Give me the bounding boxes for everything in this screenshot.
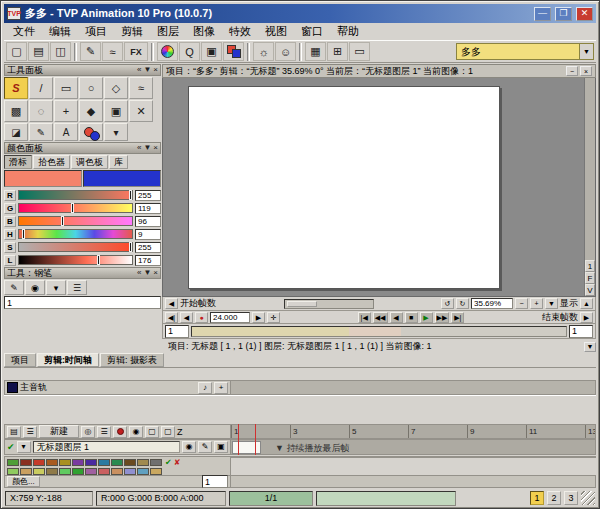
tab-clip-xsheet[interactable]: 剪辑: 摄影表: [100, 353, 164, 367]
color-frame-field[interactable]: [202, 475, 228, 488]
open-icon[interactable]: ▤: [28, 42, 49, 61]
panel-close-icon[interactable]: ×: [153, 269, 158, 277]
b-slider[interactable]: [18, 216, 133, 226]
panel-menu-icon[interactable]: ▼: [143, 144, 151, 152]
tab-picker[interactable]: 拾色器: [33, 155, 70, 169]
step-back-icon[interactable]: ◀|: [165, 312, 178, 323]
panel-menu-icon[interactable]: ▼: [143, 66, 151, 74]
color-picker-icon[interactable]: [79, 123, 103, 141]
layer-color-chip[interactable]: [33, 468, 45, 475]
layer-visibility-icon[interactable]: ◉: [182, 441, 196, 453]
panel-close-icon[interactable]: ×: [153, 66, 158, 74]
r-slider-label[interactable]: R: [4, 190, 16, 201]
loop-icon[interactable]: ◎: [81, 426, 95, 438]
page-button-1[interactable]: 1: [530, 491, 544, 505]
l-slider-value[interactable]: 176: [135, 255, 161, 266]
polygon-tool-icon[interactable]: ◇: [104, 77, 128, 99]
layer-color-chip[interactable]: [72, 468, 84, 475]
layer-color-chip[interactable]: [20, 459, 32, 466]
eye-icon[interactable]: ◉: [129, 426, 143, 438]
tab-clip-timeline[interactable]: 剪辑:时间轴: [37, 353, 99, 367]
l-slider[interactable]: [18, 255, 133, 265]
fx-button[interactable]: FX: [124, 42, 148, 61]
start-frame-left-icon[interactable]: ◀: [165, 298, 178, 309]
zoom-out-button[interactable]: −: [515, 298, 528, 309]
chevron-down-icon[interactable]: ▼: [579, 44, 593, 59]
new-layer-button[interactable]: 新建: [39, 425, 79, 438]
layer-color-chip[interactable]: [59, 468, 71, 475]
h-slider[interactable]: [18, 229, 133, 239]
collapse-icon[interactable]: «: [137, 269, 141, 277]
grid-icon[interactable]: ▦: [305, 42, 326, 61]
cut-tool-icon[interactable]: ✕: [129, 100, 153, 122]
layer-color-chip[interactable]: [33, 459, 45, 466]
layer-color-chip[interactable]: [98, 468, 110, 475]
layer-color-chip[interactable]: [46, 468, 58, 475]
layer-color-chip[interactable]: [85, 459, 97, 466]
go-start-icon[interactable]: |◀: [358, 312, 371, 323]
rotate-cw-icon[interactable]: ↻: [456, 298, 469, 309]
rail-button-f[interactable]: F: [585, 272, 595, 284]
tab-project[interactable]: 项目: [4, 353, 36, 367]
audio-track-row[interactable]: 主音轨 ♪ +: [4, 380, 596, 395]
tool-panel-header[interactable]: 工具面板 « ▼ ×: [4, 64, 161, 76]
record-icon[interactable]: ●: [195, 312, 208, 323]
layer-color-chip[interactable]: [72, 459, 84, 466]
page-button-2[interactable]: 2: [547, 491, 561, 505]
collapse-icon[interactable]: «: [137, 144, 141, 152]
zoom-q-icon[interactable]: Q: [179, 42, 200, 61]
timeline-dropdown-icon[interactable]: ▼: [584, 342, 596, 352]
slider-handle[interactable]: [129, 242, 132, 252]
b-slider-label[interactable]: B: [4, 216, 16, 227]
menu-help[interactable]: 帮助: [330, 23, 366, 40]
collapse-icon[interactable]: «: [137, 66, 141, 74]
color-panel-header[interactable]: 颜色面板 « ▼ ×: [4, 142, 161, 154]
light-icon[interactable]: ☼: [253, 42, 274, 61]
tab-palette[interactable]: 调色板: [71, 155, 108, 169]
rewind-icon[interactable]: ◀◀: [373, 312, 388, 323]
zoom-value[interactable]: 35.69%: [471, 298, 513, 309]
display-dropdown-icon[interactable]: ▼: [545, 298, 558, 309]
layer-check-icon[interactable]: ✔: [7, 442, 15, 452]
speaker-icon[interactable]: ♪: [198, 382, 212, 394]
layer-color-chip[interactable]: [59, 459, 71, 466]
pen-settings-icon[interactable]: ☰: [67, 280, 87, 295]
zoom-in-button[interactable]: +: [530, 298, 543, 309]
move-tool-icon[interactable]: ◆: [79, 100, 103, 122]
layer-color-chip[interactable]: [150, 459, 162, 466]
layer-color-chip[interactable]: [111, 468, 123, 475]
layer-color-chip[interactable]: [124, 468, 136, 475]
table-icon[interactable]: ⊞: [327, 42, 348, 61]
tab-library[interactable]: 库: [109, 155, 128, 169]
resize-grip[interactable]: [581, 491, 595, 505]
tab-sliders[interactable]: 滑标: [4, 155, 32, 169]
menu-window[interactable]: 窗口: [294, 23, 330, 40]
play-icon[interactable]: ▶: [420, 312, 433, 323]
layer-edit-icon[interactable]: ✎: [198, 441, 212, 453]
add-audio-icon[interactable]: +: [214, 382, 228, 394]
b-slider-value[interactable]: 96: [135, 216, 161, 227]
layer-color-chip[interactable]: [20, 468, 32, 475]
close-button[interactable]: ✕: [576, 7, 593, 21]
play-back-icon[interactable]: ◀: [390, 312, 403, 323]
end-frame-field[interactable]: [569, 325, 593, 338]
next-frame-icon[interactable]: ▶: [252, 312, 265, 323]
scrollbar-handle[interactable]: [287, 301, 317, 307]
layer-color-chip[interactable]: [137, 468, 149, 475]
record-dot-icon[interactable]: [113, 426, 127, 438]
h-slider-label[interactable]: H: [4, 229, 16, 240]
menu-image[interactable]: 图像: [186, 23, 222, 40]
text-tool-icon[interactable]: A: [54, 123, 78, 141]
color-picker-button[interactable]: 颜色...: [7, 476, 40, 487]
minimize-button[interactable]: —: [534, 7, 551, 21]
menu-effects[interactable]: 特效: [222, 23, 258, 40]
panel-close-icon[interactable]: ×: [580, 66, 592, 76]
menu-layer[interactable]: 图层: [150, 23, 186, 40]
lasso-tool-icon[interactable]: ◌: [29, 100, 53, 122]
layer-color-chip[interactable]: [124, 459, 136, 466]
l-slider-label[interactable]: L: [4, 255, 16, 266]
back-color-swatch[interactable]: [83, 170, 161, 187]
g-slider-label[interactable]: G: [4, 203, 16, 214]
s-slider-label[interactable]: S: [4, 242, 16, 253]
drawing-canvas[interactable]: [188, 86, 500, 289]
